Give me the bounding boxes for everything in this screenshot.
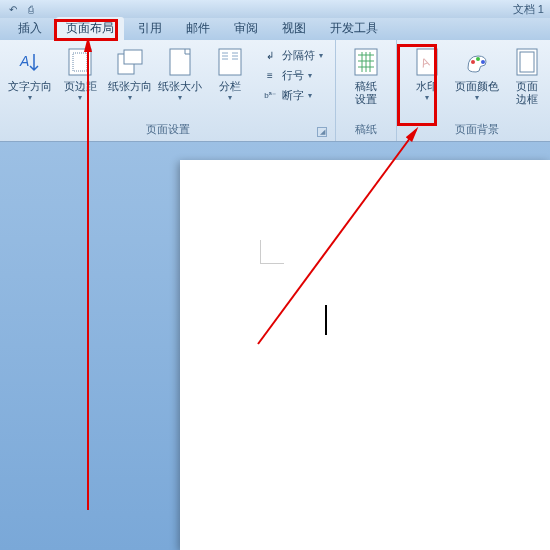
document-title: 文档 1 xyxy=(513,2,544,17)
group-label-manuscript: 稿纸 xyxy=(342,120,390,139)
page-color-button[interactable]: 页面颜色 ▾ xyxy=(453,44,501,104)
line-numbers-button[interactable]: ≡行号 ▾ xyxy=(258,66,327,85)
page-color-icon xyxy=(461,46,493,78)
title-bar: ↶ ⎙ 文档 1 xyxy=(0,0,550,18)
undo-icon[interactable]: ↶ xyxy=(6,2,20,16)
svg-rect-5 xyxy=(170,49,190,75)
text-direction-button[interactable]: A 文字方向 ▾ xyxy=(6,44,54,104)
margins-button[interactable]: 页边距 ▾ xyxy=(56,44,104,104)
columns-icon xyxy=(214,46,246,78)
svg-point-23 xyxy=(476,57,480,61)
dialog-launcher-icon[interactable]: ◢ xyxy=(317,127,327,137)
svg-rect-26 xyxy=(520,52,534,72)
watermark-button[interactable]: A 水印 ▾ xyxy=(403,44,451,104)
margins-icon xyxy=(64,46,96,78)
svg-rect-2 xyxy=(73,53,87,71)
svg-text:A: A xyxy=(19,53,29,69)
page-border-icon xyxy=(511,46,543,78)
line-numbers-icon: ≡ xyxy=(262,69,278,83)
group-label-page-setup: 页面设置◢ xyxy=(6,120,329,139)
ribbon: A 文字方向 ▾ 页边距 ▾ 纸张方向 ▾ xyxy=(0,40,550,142)
tab-view[interactable]: 视图 xyxy=(272,17,316,40)
margin-indicator xyxy=(260,240,284,264)
watermark-icon: A xyxy=(411,46,443,78)
chevron-down-icon: ▾ xyxy=(28,93,32,102)
group-page-setup: A 文字方向 ▾ 页边距 ▾ 纸张方向 ▾ xyxy=(0,40,336,141)
text-direction-icon: A xyxy=(14,46,46,78)
chevron-down-icon: ▾ xyxy=(178,93,182,102)
size-icon xyxy=(164,46,196,78)
chevron-down-icon: ▾ xyxy=(475,93,479,102)
tab-insert[interactable]: 插入 xyxy=(8,17,52,40)
group-label-page-background: 页面背景 xyxy=(403,120,550,139)
tab-references[interactable]: 引用 xyxy=(128,17,172,40)
size-button[interactable]: 纸张大小 ▾ xyxy=(156,44,204,104)
manuscript-settings-button[interactable]: 稿纸 设置 xyxy=(342,44,390,108)
orientation-button[interactable]: 纸张方向 ▾ xyxy=(106,44,154,104)
svg-point-22 xyxy=(471,60,475,64)
tab-review[interactable]: 审阅 xyxy=(224,17,268,40)
chevron-down-icon: ▾ xyxy=(128,93,132,102)
breaks-icon: ↲ xyxy=(262,49,278,63)
text-cursor xyxy=(325,305,327,335)
page-border-button[interactable]: 页面 边框 xyxy=(503,44,550,108)
svg-rect-4 xyxy=(124,50,142,64)
chevron-down-icon: ▾ xyxy=(425,93,429,102)
breaks-button[interactable]: ↲分隔符 ▾ xyxy=(258,46,327,65)
tab-mailings[interactable]: 邮件 xyxy=(176,17,220,40)
tab-page-layout[interactable]: 页面布局 xyxy=(56,17,124,40)
orientation-icon xyxy=(114,46,146,78)
svg-point-24 xyxy=(481,60,485,64)
document-page[interactable] xyxy=(180,160,550,550)
ribbon-tabs: 插入 页面布局 引用 邮件 审阅 视图 开发工具 xyxy=(0,18,550,40)
quick-print-icon[interactable]: ⎙ xyxy=(24,2,38,16)
group-manuscript: 稿纸 设置 稿纸 xyxy=(336,40,397,141)
tab-developer[interactable]: 开发工具 xyxy=(320,17,388,40)
chevron-down-icon: ▾ xyxy=(228,93,232,102)
group-page-background: A 水印 ▾ 页面颜色 ▾ 页面 边框 页面背景 xyxy=(397,40,550,141)
manuscript-icon xyxy=(350,46,382,78)
hyphenation-icon: bª⁻ xyxy=(262,89,278,103)
columns-button[interactable]: 分栏 ▾ xyxy=(206,44,254,104)
chevron-down-icon: ▾ xyxy=(78,93,82,102)
hyphenation-button[interactable]: bª⁻断字 ▾ xyxy=(258,86,327,105)
